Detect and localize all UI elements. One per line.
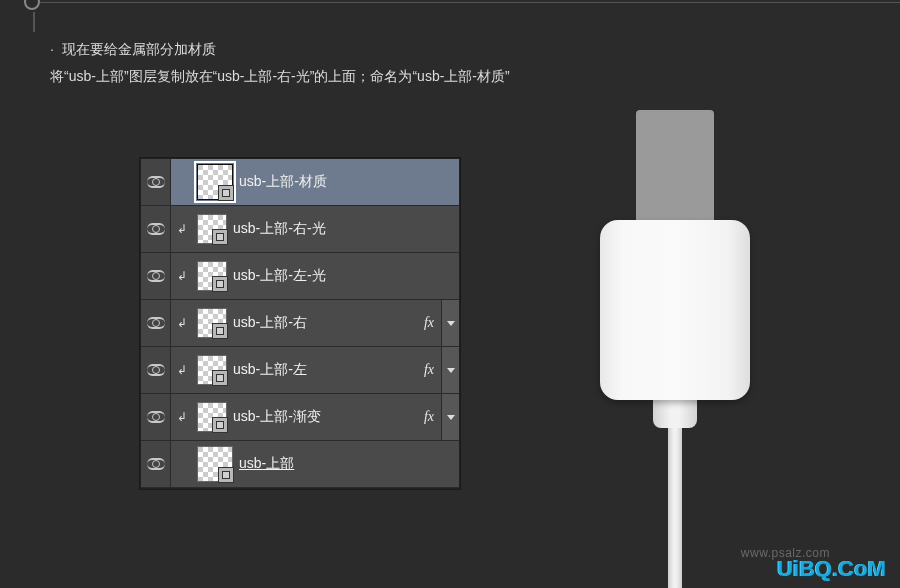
visibility-toggle[interactable] xyxy=(141,394,171,440)
chevron-down-icon xyxy=(447,415,455,420)
visibility-toggle[interactable] xyxy=(141,300,171,346)
layer-thumbnail[interactable] xyxy=(197,214,227,244)
watermark-big: UiBQ.CoM xyxy=(777,556,886,582)
usb-illustration xyxy=(590,110,760,588)
layer-name-label[interactable]: usb-上部-右 xyxy=(233,314,417,332)
eye-icon xyxy=(147,317,165,329)
fx-collapse-button[interactable] xyxy=(441,394,459,440)
layer-row[interactable]: ↳usb-上部-右fx xyxy=(141,300,459,347)
visibility-toggle[interactable] xyxy=(141,441,171,487)
indent-cell: ↳ xyxy=(171,363,193,377)
step-marker-circle xyxy=(24,0,40,10)
fx-indicator[interactable]: fx xyxy=(417,315,441,331)
clipping-mask-icon: ↳ xyxy=(177,316,187,330)
eye-icon xyxy=(147,458,165,470)
fx-collapse-button[interactable] xyxy=(441,300,459,346)
fx-indicator[interactable]: fx xyxy=(417,362,441,378)
vector-mask-badge-icon xyxy=(212,276,228,292)
vector-mask-badge-icon xyxy=(212,417,228,433)
layer-thumbnail[interactable] xyxy=(197,446,233,482)
layer-row[interactable]: ↳usb-上部-左-光 xyxy=(141,253,459,300)
layer-thumbnail[interactable] xyxy=(197,164,233,200)
layer-thumbnail[interactable] xyxy=(197,308,227,338)
layers-panel: usb-上部-材质↳usb-上部-右-光↳usb-上部-左-光↳usb-上部-右… xyxy=(140,158,460,489)
visibility-toggle[interactable] xyxy=(141,206,171,252)
vector-mask-badge-icon xyxy=(212,370,228,386)
indent-cell: ↳ xyxy=(171,316,193,330)
layer-thumbnail[interactable] xyxy=(197,402,227,432)
layer-row[interactable]: ↳usb-上部-渐变fx xyxy=(141,394,459,441)
chevron-down-icon xyxy=(447,368,455,373)
fx-collapse-button[interactable] xyxy=(441,347,459,393)
vector-mask-badge-icon xyxy=(218,467,234,483)
usb-plastic-body xyxy=(600,220,750,400)
instruction-line-1: 现在要给金属部分加材质 xyxy=(62,41,216,57)
eye-icon xyxy=(147,176,165,188)
vector-mask-badge-icon xyxy=(212,229,228,245)
layer-name-label[interactable]: usb-上部-材质 xyxy=(239,173,459,191)
fx-indicator[interactable]: fx xyxy=(417,409,441,425)
layer-name-label[interactable]: usb-上部-左-光 xyxy=(233,267,459,285)
vector-mask-badge-icon xyxy=(212,323,228,339)
instructions-block: · 现在要给金属部分加材质 将“usb-上部”图层复制放在“usb-上部-右-光… xyxy=(50,36,860,89)
top-divider xyxy=(40,2,900,3)
usb-cable xyxy=(668,428,682,588)
chevron-down-icon xyxy=(447,321,455,326)
layer-thumbnail[interactable] xyxy=(197,355,227,385)
layer-row[interactable]: ↳usb-上部-右-光 xyxy=(141,206,459,253)
clipping-mask-icon: ↳ xyxy=(177,410,187,424)
eye-icon xyxy=(147,364,165,376)
visibility-toggle[interactable] xyxy=(141,253,171,299)
eye-icon xyxy=(147,270,165,282)
clipping-mask-icon: ↳ xyxy=(177,222,187,236)
layer-name-label[interactable]: usb-上部-右-光 xyxy=(233,220,459,238)
layer-row[interactable]: usb-上部 xyxy=(141,441,459,488)
layer-name-label[interactable]: usb-上部-左 xyxy=(233,361,417,379)
indent-cell: ↳ xyxy=(171,222,193,236)
layer-name-label[interactable]: usb-上部 xyxy=(239,455,459,473)
clipping-mask-icon: ↳ xyxy=(177,363,187,377)
clipping-mask-icon: ↳ xyxy=(177,269,187,283)
visibility-toggle[interactable] xyxy=(141,159,171,205)
layer-thumbnail[interactable] xyxy=(197,261,227,291)
eye-icon xyxy=(147,223,165,235)
instruction-line-2: 将“usb-上部”图层复制放在“usb-上部-右-光”的上面；命名为“usb-上… xyxy=(50,63,860,90)
usb-neck xyxy=(653,400,697,428)
vector-mask-badge-icon xyxy=(218,185,234,201)
visibility-toggle[interactable] xyxy=(141,347,171,393)
indent-cell: ↳ xyxy=(171,269,193,283)
eye-icon xyxy=(147,411,165,423)
bullet-dot: · xyxy=(50,41,54,57)
layer-row[interactable]: ↳usb-上部-左fx xyxy=(141,347,459,394)
layer-row[interactable]: usb-上部-材质 xyxy=(141,159,459,206)
indent-cell: ↳ xyxy=(171,410,193,424)
layer-name-label[interactable]: usb-上部-渐变 xyxy=(233,408,417,426)
usb-metal-tip xyxy=(636,110,714,232)
